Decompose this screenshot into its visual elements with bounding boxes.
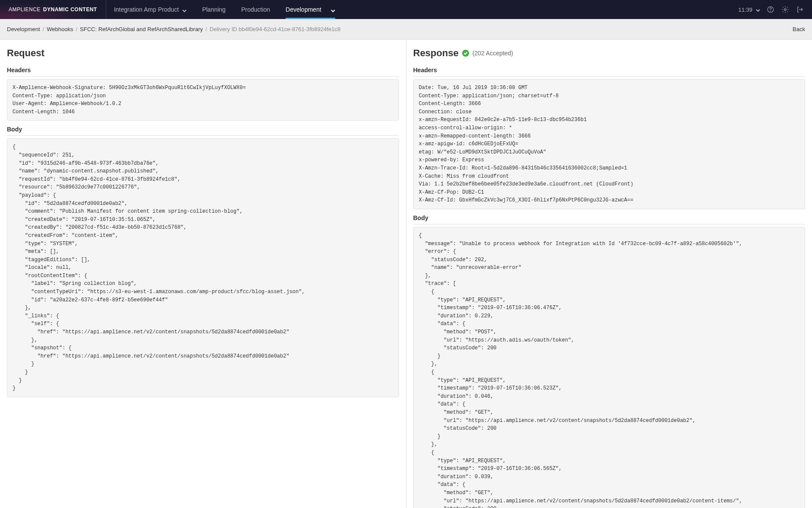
tab-planning-label: Planning — [202, 6, 226, 13]
crumb-delivery-id: Delivery ID bb4f0e94-62cd-41ce-8761-3fb8… — [209, 26, 340, 32]
request-pane: Request Headers X-Amplience-Webhook-Sign… — [0, 40, 406, 508]
response-body-label: Body — [413, 214, 806, 224]
chevron-down-icon — [331, 7, 335, 12]
product-selector[interactable]: Integration Amp Product — [106, 0, 194, 19]
nav-right: 11:39 — [738, 0, 812, 19]
top-nav: AMPLIENCE DYNAMIC CONTENT Integration Am… — [0, 0, 812, 19]
back-button[interactable]: Back — [793, 26, 805, 32]
response-body-box[interactable]: { "message": "Unable to process webhook … — [413, 227, 806, 508]
clock[interactable]: 11:39 — [738, 6, 760, 13]
crumb-sep: / — [76, 26, 77, 32]
status-success-icon — [462, 50, 469, 57]
response-title: Response (202 Accepted) — [413, 48, 806, 59]
request-body-label: Body — [7, 126, 399, 136]
product-selector-label: Integration Amp Product — [114, 6, 179, 13]
brand-logo: AMPLIENCE DYNAMIC CONTENT — [0, 0, 106, 19]
request-body-box[interactable]: { "sequenceId": 251, "id": "9315d246-af9… — [7, 138, 399, 397]
main-content: Request Headers X-Amplience-Webhook-Sign… — [0, 40, 812, 508]
crumb-development[interactable]: Development — [7, 26, 40, 32]
crumb-webhooks[interactable]: Webhooks — [47, 26, 73, 32]
request-headers-label: Headers — [7, 67, 399, 77]
tab-development[interactable]: Development — [278, 0, 343, 19]
logout-icon[interactable] — [796, 5, 804, 14]
request-headers-box[interactable]: X-Amplience-Webhook-Signature: 5H90Oz3xM… — [7, 79, 399, 121]
tab-development-label: Development — [285, 6, 321, 13]
tab-production[interactable]: Production — [233, 0, 278, 19]
breadcrumb-bar: Development / Webhooks / SFCC: RefArchGl… — [0, 19, 812, 40]
tab-planning[interactable]: Planning — [194, 0, 234, 19]
brand-part1: AMPLIENCE — [9, 6, 41, 13]
crumb-webhook-name[interactable]: SFCC: RefArchGlobal and RefArchSharedLib… — [80, 26, 203, 32]
help-icon[interactable] — [766, 5, 775, 14]
response-title-text: Response — [413, 48, 459, 59]
brand-part2: DYNAMIC CONTENT — [43, 6, 97, 13]
response-status-text: (202 Accepted) — [473, 50, 513, 57]
svg-point-1 — [771, 11, 771, 11]
gear-icon[interactable] — [781, 5, 790, 14]
crumb-sep: / — [206, 26, 207, 32]
svg-point-2 — [784, 9, 787, 11]
chevron-down-icon — [182, 7, 187, 12]
response-pane: Response (202 Accepted) Headers Date: Tu… — [406, 40, 812, 508]
chevron-down-icon — [756, 7, 760, 12]
tab-production-label: Production — [241, 6, 270, 13]
clock-time: 11:39 — [738, 6, 752, 13]
response-headers-box[interactable]: Date: Tue, 16 Jul 2019 10:36:08 GMT Cont… — [413, 79, 806, 209]
response-headers-label: Headers — [413, 67, 806, 77]
request-title: Request — [7, 48, 399, 59]
crumb-sep: / — [43, 26, 44, 32]
